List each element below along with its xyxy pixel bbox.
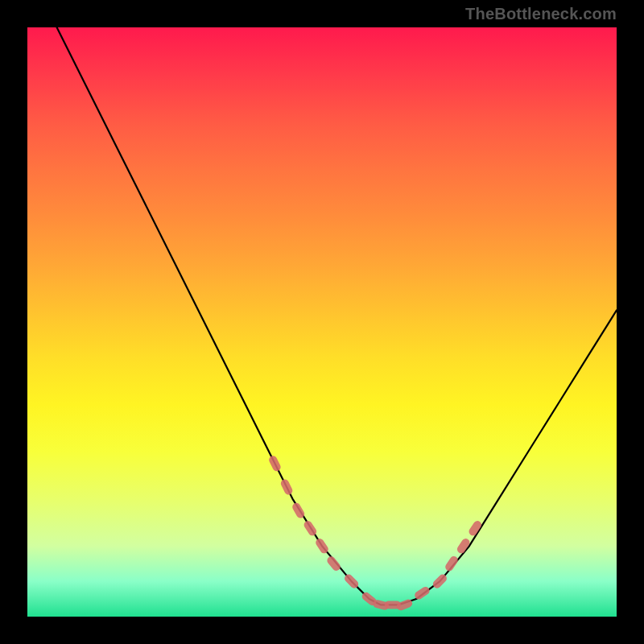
marker-segment bbox=[325, 555, 341, 572]
marker-segment bbox=[279, 478, 294, 496]
marker-segment bbox=[444, 555, 459, 572]
attribution-label: TheBottleneck.com bbox=[465, 5, 617, 23]
highlighted-markers bbox=[267, 455, 483, 612]
chart-frame: TheBottleneck.com bbox=[0, 0, 644, 644]
marker-segment bbox=[267, 455, 282, 473]
plot-area bbox=[27, 27, 617, 617]
bottleneck-curve bbox=[27, 27, 617, 605]
curve-svg bbox=[27, 27, 617, 617]
